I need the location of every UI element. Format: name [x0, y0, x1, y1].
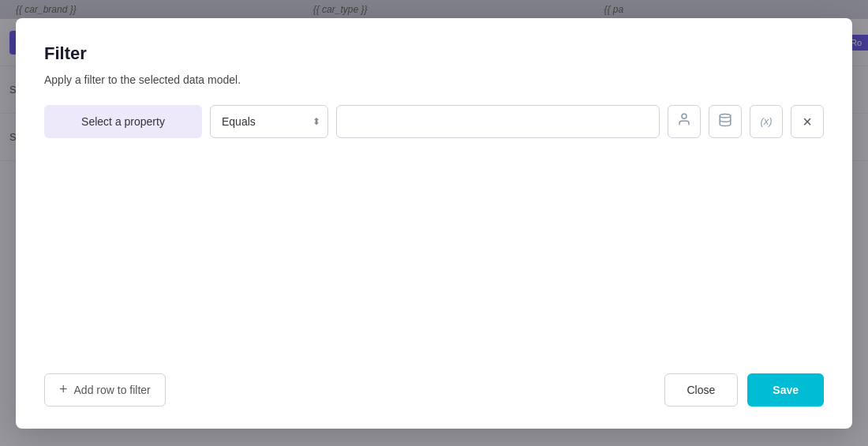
- svg-point-0: [682, 114, 687, 118]
- person-icon-button[interactable]: [668, 105, 701, 138]
- modal-overlay: Filter Apply a filter to the selected da…: [0, 0, 868, 446]
- filter-modal: Filter Apply a filter to the selected da…: [16, 18, 852, 429]
- add-row-button[interactable]: + Add row to filter: [44, 373, 166, 407]
- plus-icon: +: [59, 381, 68, 398]
- modal-title: Filter: [44, 43, 824, 64]
- equals-select[interactable]: Equals Not Equals Contains Greater Than …: [210, 105, 328, 138]
- database-icon: [718, 113, 732, 130]
- remove-filter-button[interactable]: ×: [791, 105, 824, 138]
- value-input[interactable]: [336, 105, 660, 138]
- variable-icon: (x): [760, 115, 772, 127]
- select-property-button[interactable]: Select a property: [44, 105, 202, 138]
- footer-actions: Close Save: [664, 373, 825, 407]
- database-icon-button[interactable]: [709, 105, 742, 138]
- modal-footer: + Add row to filter Close Save: [44, 373, 824, 407]
- close-button[interactable]: Close: [664, 373, 739, 407]
- filter-row: Select a property Equals Not Equals Cont…: [44, 105, 824, 138]
- svg-point-1: [720, 114, 731, 118]
- person-icon: [677, 112, 691, 130]
- save-button[interactable]: Save: [747, 373, 824, 407]
- variable-icon-button[interactable]: (x): [750, 105, 783, 138]
- add-row-label: Add row to filter: [74, 384, 151, 396]
- modal-spacer: [44, 154, 824, 364]
- equals-wrapper: Equals Not Equals Contains Greater Than …: [210, 105, 328, 138]
- close-icon: ×: [803, 114, 812, 129]
- modal-subtitle: Apply a filter to the selected data mode…: [44, 73, 824, 86]
